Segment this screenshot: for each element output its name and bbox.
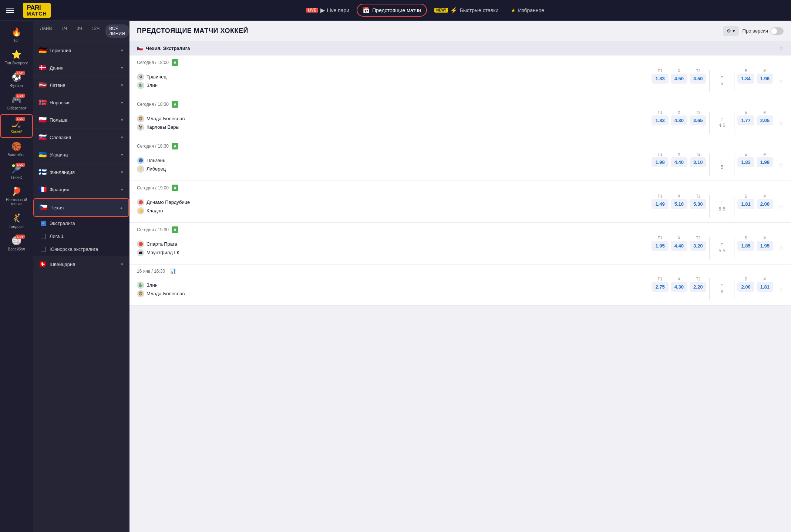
time-tab-лайв[interactable]: ЛАЙВ [36, 24, 56, 38]
sidebar-item-volleyball[interactable]: 🏐LIVEВолейбол [0, 232, 33, 255]
b-value[interactable]: 1.77 [737, 115, 754, 125]
b-value[interactable]: 2.00 [737, 282, 754, 292]
league-Экстралига[interactable]: ✓ Экстралига [33, 217, 129, 230]
b-value[interactable]: 1.81 [737, 199, 754, 209]
pro-toggle-switch[interactable] [770, 27, 784, 35]
country-left: 🇩🇪 Германия [38, 46, 71, 54]
odds-x-group: Х 4.30 [671, 277, 687, 302]
sidebar-item-esports[interactable]: 🎮LIVEКиберспорт [0, 91, 33, 114]
x-value[interactable]: 4.30 [671, 115, 687, 125]
m-value[interactable]: 2.05 [757, 115, 773, 125]
match-card: Сегодня / 18:30 A 🔵 Пльзень ⚡ Либерец П1… [129, 139, 791, 181]
x-value[interactable]: 4.40 [671, 241, 687, 251]
sidebar-item-top-express[interactable]: ⭐Топ Экспресс [0, 46, 33, 69]
m-value[interactable]: 1.81 [757, 282, 773, 292]
x-value[interactable]: 4.30 [671, 282, 687, 292]
p2-value[interactable]: 3.65 [690, 115, 706, 125]
country-header-Чехия[interactable]: 🇨🇿 Чехия ▲ [33, 198, 129, 217]
league-checkbox[interactable]: ✓ [41, 221, 46, 226]
b-value[interactable]: 1.85 [737, 241, 754, 251]
time-tab-3ч[interactable]: 3Ч [73, 24, 86, 38]
league-checkbox[interactable] [41, 247, 46, 252]
country-Польша[interactable]: 🇵🇱 Польша ▼ [33, 111, 129, 129]
country-Словакия[interactable]: 🇸🇰 Словакия ▼ [33, 129, 129, 146]
x-value[interactable]: 4.50 [671, 74, 687, 84]
match-time: Сегодня / 19:30 [137, 227, 169, 232]
sidebar-item-basketball[interactable]: 🏀Баскетбол [0, 138, 33, 161]
time-tab-12ч[interactable]: 12Ч [88, 24, 103, 38]
odds-p2-group: П2 3.50 [690, 69, 706, 93]
nav-tab-live[interactable]: LIVE▶Live пари [301, 4, 354, 16]
p2-value[interactable]: 2.20 [690, 282, 706, 292]
country-Швейцария[interactable]: 🇨🇭 Швейцария ▼ [33, 256, 129, 273]
p1-value[interactable]: 1.83 [652, 74, 668, 84]
odds-m-group: М 1.81 [757, 277, 773, 302]
nav-tab-fast[interactable]: NEW!⚡Быстрые ставки [429, 4, 504, 16]
x-value[interactable]: 4.40 [671, 157, 687, 167]
country-left: 🇳🇴 Норвегия [38, 98, 71, 107]
odds-section: П1 1.49 Х 5.10 П2 5.30 Т 5.5 [652, 194, 784, 219]
league-checkbox[interactable] [41, 234, 46, 239]
team1-logo: 🔵 [137, 157, 144, 164]
match-favorite-icon[interactable]: ☆ [778, 203, 784, 210]
match-favorite-icon[interactable]: ☆ [778, 78, 784, 85]
teams-row: 🔴 Спарта Прага 🏔 Маунтфилд ГК П1 1.95 Х … [137, 235, 784, 264]
teams-row: ⚙ Тршинец 🐉 Злин П1 1.83 Х 4.50 [137, 67, 784, 97]
p1-value[interactable]: 1.83 [652, 115, 668, 125]
p2-value[interactable]: 3.50 [690, 74, 706, 84]
hamburger-menu[interactable] [6, 8, 14, 13]
m-value[interactable]: 1.95 [757, 241, 773, 251]
country-Франция[interactable]: 🇫🇷 Франция ▼ [33, 181, 129, 198]
fast-icon: ⚡ [450, 7, 458, 14]
country-Дания[interactable]: 🇩🇰 Дания ▼ [33, 59, 129, 77]
m-value[interactable]: 2.00 [757, 199, 773, 209]
sidebar-item-football[interactable]: ⚽LIVEФутбол [0, 69, 33, 91]
top-express-icon: ⭐ [11, 50, 21, 60]
sidebar-item-tennis[interactable]: 🎾LIVEТеннис [0, 161, 33, 183]
b-value[interactable]: 1.83 [737, 157, 754, 167]
p1-value[interactable]: 1.98 [652, 157, 668, 167]
pro-toggle[interactable]: Про версия [743, 27, 784, 35]
country-Германия[interactable]: 🇩🇪 Германия ▼ [33, 42, 129, 59]
b-value[interactable]: 1.84 [737, 74, 754, 84]
p2-label: П2 [696, 111, 700, 115]
match-time-row: Сегодня / 18:30 A [137, 97, 784, 109]
match-time: Сегодня / 18:00 [137, 60, 169, 65]
sidebar-item-top[interactable]: 🔥Топ [0, 24, 33, 46]
nav-tab-fav[interactable]: ★Избранное [506, 5, 549, 16]
odds-x-group: Х 5.10 [671, 194, 687, 219]
m-value[interactable]: 1.98 [757, 157, 773, 167]
p2-value[interactable]: 3.10 [690, 157, 706, 167]
x-value[interactable]: 5.10 [671, 199, 687, 209]
match-favorite-icon[interactable]: ☆ [778, 161, 784, 168]
team1-logo: 🐉 [137, 282, 144, 289]
country-Норвегия[interactable]: 🇳🇴 Норвегия ▼ [33, 94, 129, 111]
stats-icon[interactable]: 📊 [169, 268, 176, 274]
nav-tab-upcoming[interactable]: 📅Предстоящие матчи [357, 4, 427, 17]
p1-value[interactable]: 1.95 [652, 241, 668, 251]
time-tab-1ч[interactable]: 1Ч [58, 24, 71, 38]
match-favorite-icon[interactable]: ☆ [778, 286, 784, 293]
country-Украина[interactable]: 🇺🇦 Украина ▼ [33, 146, 129, 164]
p2-value[interactable]: 3.20 [690, 241, 706, 251]
live-indicator: LIVE [16, 163, 25, 167]
p1-value[interactable]: 1.49 [652, 199, 668, 209]
p1-value[interactable]: 2.75 [652, 282, 668, 292]
sidebar-label: Футбол [10, 84, 23, 88]
sidebar-item-handball[interactable]: 🤾Гандбол [0, 210, 33, 232]
country-Финляндия[interactable]: 🇫🇮 Финляндия ▼ [33, 164, 129, 181]
p2-value[interactable]: 5.30 [690, 199, 706, 209]
league-Юниорска экстралига[interactable]: Юниорска экстралига [33, 243, 129, 256]
settings-button[interactable]: ⚙ ▾ [723, 26, 739, 36]
favorite-icon[interactable]: ☆ [778, 45, 784, 52]
m-value[interactable]: 1.96 [757, 74, 773, 84]
country-Латвия[interactable]: 🇱🇻 Латвия ▼ [33, 77, 129, 94]
sidebar-item-hockey[interactable]: 🏒LIVEХоккей [0, 114, 33, 138]
flag-icon: 🇵🇱 [38, 116, 47, 124]
league-Лига 1[interactable]: Лига 1 [33, 230, 129, 243]
match-favorite-icon[interactable]: ☆ [778, 119, 784, 127]
match-favorite-icon[interactable]: ☆ [778, 245, 784, 252]
odds-p2-group: П2 3.10 [690, 152, 706, 177]
time-tab-вся-линия[interactable]: ВСЯ ЛИНИЯ [105, 24, 128, 38]
sidebar-item-table-tennis[interactable]: 🏓Настольный теннис [0, 183, 33, 210]
